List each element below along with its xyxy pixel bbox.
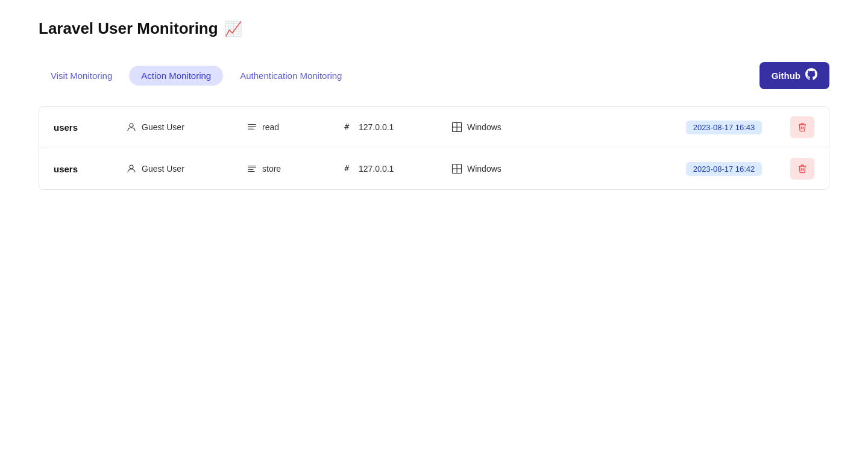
- nav-row: Visit Monitoring Action Monitoring Authe…: [39, 62, 829, 89]
- os-icon: [451, 163, 462, 174]
- svg-point-0: [130, 124, 133, 127]
- user-icon: [126, 163, 137, 174]
- user-name: Guest User: [142, 122, 184, 132]
- resource-label: users: [54, 164, 126, 174]
- action-icon: [247, 122, 257, 133]
- user-cell: Guest User: [126, 163, 247, 174]
- resource-label: users: [54, 122, 126, 133]
- svg-point-9: [130, 165, 133, 169]
- delete-button[interactable]: [790, 158, 814, 180]
- table-row: users Guest User read: [39, 107, 829, 148]
- action-name: store: [262, 164, 281, 174]
- table-row: users Guest User store: [39, 148, 829, 189]
- user-cell: Guest User: [126, 122, 247, 133]
- delete-cell: [778, 158, 814, 180]
- os-name: Windows: [467, 164, 502, 174]
- github-icon: [805, 68, 817, 83]
- timestamp-cell: 2023-08-17 16:42: [670, 162, 778, 176]
- os-icon: [451, 122, 462, 133]
- os-cell: Windows: [451, 122, 670, 133]
- ip-icon: #: [343, 163, 354, 174]
- svg-text:#: #: [344, 163, 350, 173]
- page-title: Laravel User Monitoring: [39, 19, 218, 38]
- ip-address: 127.0.0.1: [359, 122, 394, 132]
- ip-icon: #: [343, 122, 354, 133]
- ip-cell: # 127.0.0.1: [343, 163, 451, 174]
- timestamp-badge: 2023-08-17 16:42: [686, 162, 763, 176]
- user-name: Guest User: [142, 164, 184, 174]
- timestamp-cell: 2023-08-17 16:43: [670, 121, 778, 134]
- github-button[interactable]: Github: [760, 62, 829, 89]
- ip-cell: # 127.0.0.1: [343, 122, 451, 133]
- os-cell: Windows: [451, 163, 670, 174]
- tab-visit-monitoring[interactable]: Visit Monitoring: [39, 66, 124, 86]
- page-header: Laravel User Monitoring 📈: [39, 19, 829, 38]
- page-container: Laravel User Monitoring 📈 Visit Monitori…: [0, 0, 868, 209]
- action-cell: store: [247, 163, 343, 174]
- ip-address: 127.0.0.1: [359, 164, 394, 174]
- action-name: read: [262, 122, 279, 132]
- timestamp-badge: 2023-08-17 16:43: [686, 121, 763, 134]
- delete-button[interactable]: [790, 116, 814, 138]
- user-icon: [126, 122, 137, 133]
- github-label: Github: [772, 71, 800, 81]
- os-name: Windows: [467, 122, 502, 132]
- nav-tabs: Visit Monitoring Action Monitoring Authe…: [39, 66, 760, 86]
- svg-text:#: #: [344, 122, 350, 131]
- chart-icon: 📈: [224, 20, 242, 37]
- tab-action-monitoring[interactable]: Action Monitoring: [129, 66, 223, 86]
- delete-cell: [778, 116, 814, 138]
- action-cell: read: [247, 122, 343, 133]
- action-icon: [247, 163, 257, 174]
- action-monitoring-table: users Guest User read: [39, 106, 829, 190]
- tab-authentication-monitoring[interactable]: Authentication Monitoring: [228, 66, 354, 86]
